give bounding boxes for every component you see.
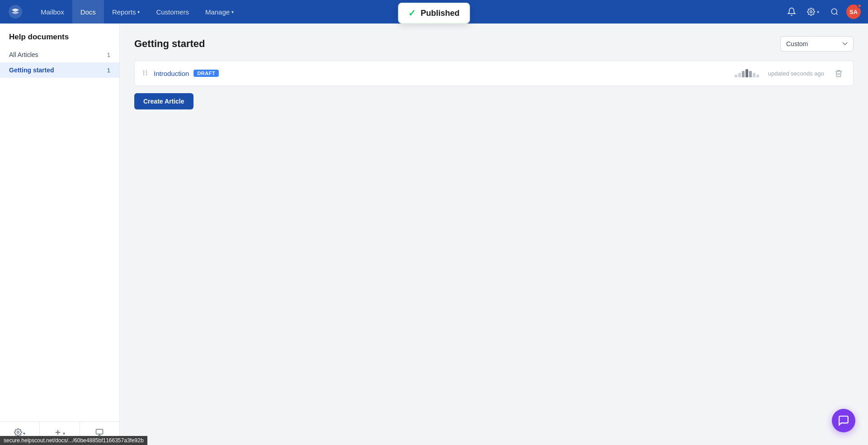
avatar-badge	[857, 4, 862, 8]
svg-point-11	[146, 70, 147, 71]
article-row: Introduction DRAFT updated seconds ago	[134, 61, 854, 86]
draft-badge: DRAFT	[193, 70, 219, 77]
article-title-link[interactable]: Introduction	[154, 70, 189, 77]
drag-handle-icon[interactable]	[142, 70, 148, 77]
sidebar-item-all-articles[interactable]: All Articles 1	[0, 47, 119, 62]
sidebar: Help documents All Articles 1 Getting st…	[0, 24, 120, 445]
check-icon: ✓	[408, 8, 416, 19]
svg-line-3	[836, 13, 837, 14]
bar-7	[756, 75, 759, 77]
statusbar: secure.helpscout.net/docs/.../60be4885bf…	[0, 436, 147, 445]
bar-2	[738, 73, 741, 77]
readability-bars	[735, 69, 759, 77]
nav-mailbox[interactable]: Mailbox	[33, 0, 72, 24]
page-title: Getting started	[134, 38, 205, 50]
bar-3	[742, 71, 745, 77]
topnav: Mailbox Docs Reports ▾ Customers Manage …	[0, 0, 868, 24]
logo[interactable]	[7, 4, 24, 20]
add-chevron-icon: ▾	[63, 431, 65, 436]
svg-rect-7	[96, 429, 103, 434]
bar-5	[749, 71, 752, 77]
published-toast: ✓ Published	[398, 3, 470, 24]
sidebar-title: Help documents	[0, 24, 119, 47]
sidebar-list: All Articles 1 Getting started 1	[0, 47, 119, 421]
statusbar-url: secure.helpscout.net/docs/.../60be4885bf…	[4, 437, 144, 444]
manage-chevron-icon: ▾	[231, 9, 234, 14]
sidebar-item-count: 1	[107, 52, 110, 58]
chevron-icon: ▾	[23, 431, 25, 436]
svg-point-15	[146, 74, 147, 75]
nav-manage[interactable]: Manage ▾	[197, 0, 242, 24]
create-article-button[interactable]: Create Article	[134, 93, 193, 109]
nav-customers[interactable]: Customers	[148, 0, 197, 24]
avatar[interactable]: SA	[846, 5, 861, 19]
avatar-initials: SA	[849, 9, 858, 15]
svg-point-12	[143, 72, 144, 73]
svg-point-13	[146, 72, 147, 73]
chevron-down-icon: ▾	[817, 9, 819, 14]
svg-point-10	[143, 70, 144, 71]
topnav-right: ▾ SA	[783, 4, 861, 20]
chat-bubble-button[interactable]	[832, 409, 855, 432]
notifications-button[interactable]	[783, 4, 800, 20]
bar-1	[735, 75, 737, 77]
bar-6	[753, 73, 755, 77]
sidebar-item-label: Getting started	[9, 66, 107, 74]
nav-reports[interactable]: Reports ▾	[104, 0, 148, 24]
main-content: Getting started Custom Title A-Z Title Z…	[120, 24, 868, 445]
layout: Help documents All Articles 1 Getting st…	[0, 24, 868, 445]
sort-select[interactable]: Custom Title A-Z Title Z-A Most Viewed R…	[780, 36, 854, 52]
settings-menu-button[interactable]: ▾	[803, 6, 823, 18]
delete-article-button[interactable]	[831, 66, 846, 80]
article-updated: updated seconds ago	[768, 70, 824, 77]
svg-point-14	[143, 74, 144, 75]
svg-point-1	[810, 11, 812, 13]
svg-point-2	[831, 9, 837, 14]
published-label: Published	[420, 9, 459, 18]
svg-point-4	[17, 431, 19, 434]
sidebar-item-label: All Articles	[9, 51, 107, 58]
nav-docs[interactable]: Docs	[72, 0, 104, 24]
search-button[interactable]	[826, 4, 843, 20]
sidebar-item-getting-started[interactable]: Getting started 1	[0, 62, 119, 78]
main-header: Getting started Custom Title A-Z Title Z…	[134, 36, 854, 52]
bar-4	[745, 69, 748, 77]
sidebar-item-count: 1	[107, 67, 110, 74]
reports-chevron-icon: ▾	[137, 9, 140, 14]
